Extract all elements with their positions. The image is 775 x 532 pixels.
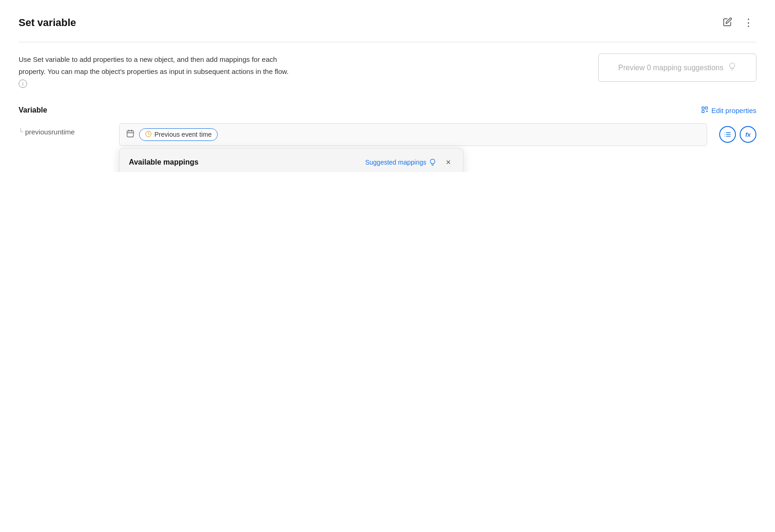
page-header: Set variable ⋮ [19, 15, 756, 31]
mapping-input-box[interactable]: Previous event time [119, 123, 707, 146]
variable-name-col: └ previousruntime [19, 123, 112, 136]
list-view-btn[interactable] [719, 126, 736, 143]
edit-icon-btn[interactable] [721, 15, 734, 31]
edit-properties-icon [701, 106, 708, 115]
calendar-icon [126, 129, 134, 140]
header-actions: ⋮ [721, 15, 756, 31]
dropdown-header: Available mappings Suggested mappings × [120, 148, 463, 172]
edit-properties-label: Edit properties [711, 106, 756, 114]
variable-row: └ previousruntime Previous event time [19, 123, 756, 146]
dropdown-panel: Available mappings Suggested mappings × [119, 148, 463, 172]
suggested-label: Suggested mappings [365, 159, 427, 166]
more-options-btn[interactable]: ⋮ [742, 15, 756, 31]
mapping-box-wrapper: Previous event time Available mappings S… [119, 123, 756, 146]
fx-icon: fx [745, 131, 751, 138]
close-dropdown-btn[interactable]: × [443, 157, 454, 168]
chip-label: Previous event time [154, 131, 212, 138]
bulb-icon [728, 62, 736, 73]
corner-icon: └ [19, 128, 23, 135]
svg-rect-3 [127, 131, 134, 137]
svg-rect-1 [706, 107, 708, 109]
variable-header: Variable Edit properties [19, 106, 756, 115]
svg-rect-2 [702, 110, 704, 113]
page-title: Set variable [19, 17, 76, 29]
svg-rect-0 [702, 107, 704, 109]
variable-label: Variable [19, 106, 47, 114]
suggested-mappings-btn[interactable]: Suggested mappings [365, 159, 437, 166]
input-actions: fx [712, 126, 756, 143]
info-icon[interactable]: i [19, 80, 27, 88]
edit-properties-btn[interactable]: Edit properties [701, 106, 756, 115]
mapping-input-area: Previous event time Available mappings S… [119, 123, 707, 146]
chip-icon [145, 131, 152, 139]
description-text: Use Set variable to add properties to a … [19, 53, 298, 89]
preview-button[interactable]: Preview 0 mapping suggestions [598, 53, 756, 82]
preview-label: Preview 0 mapping suggestions [618, 64, 723, 72]
variable-name: previousruntime [25, 128, 75, 136]
fx-btn[interactable]: fx [740, 126, 756, 143]
selected-chip: Previous event time [139, 128, 218, 141]
dropdown-title: Available mappings [129, 158, 199, 166]
description-row: Use Set variable to add properties to a … [19, 53, 756, 89]
more-icon: ⋮ [743, 17, 755, 28]
header-divider [19, 42, 756, 42]
variable-section: Variable Edit properties └ previousrunti… [19, 106, 756, 146]
